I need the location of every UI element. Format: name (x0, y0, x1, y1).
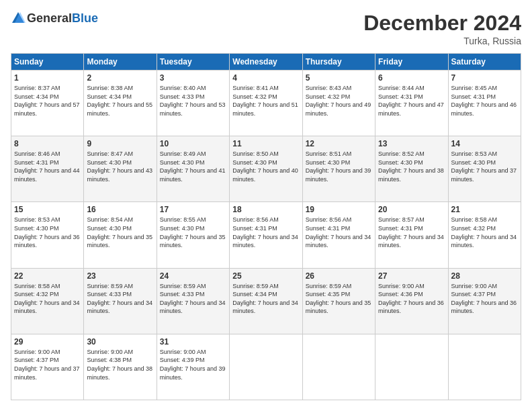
day-info: Sunrise: 9:00 AMSunset: 4:37 PMDaylight:… (14, 349, 80, 381)
weekday-header-row: Sunday Monday Tuesday Wednesday Thursday… (11, 54, 521, 71)
table-row: 29 Sunrise: 9:00 AMSunset: 4:37 PMDaylig… (11, 334, 84, 400)
calendar-week-row: 15 Sunrise: 8:53 AMSunset: 4:30 PMDaylig… (11, 202, 521, 268)
day-info: Sunrise: 8:59 AMSunset: 4:33 PMDaylight:… (87, 283, 152, 315)
day-number: 24 (160, 271, 226, 281)
day-number: 1 (14, 73, 81, 83)
table-row: 9 Sunrise: 8:47 AMSunset: 4:30 PMDayligh… (84, 136, 157, 202)
table-row: 1 Sunrise: 8:37 AMSunset: 4:34 PMDayligh… (11, 71, 84, 136)
day-number: 15 (14, 205, 81, 214)
day-info: Sunrise: 8:56 AMSunset: 4:31 PMDaylight:… (306, 216, 371, 248)
header-saturday: Saturday (448, 54, 521, 71)
table-row: 22 Sunrise: 8:58 AMSunset: 4:32 PMDaylig… (11, 268, 84, 334)
table-row (230, 334, 302, 400)
table-row: 11 Sunrise: 8:50 AMSunset: 4:30 PMDaylig… (230, 136, 302, 202)
table-row: 17 Sunrise: 8:55 AMSunset: 4:30 PMDaylig… (157, 202, 229, 268)
table-row (302, 334, 375, 400)
calendar-week-row: 29 Sunrise: 9:00 AMSunset: 4:37 PMDaylig… (11, 334, 521, 400)
day-info: Sunrise: 8:46 AMSunset: 4:31 PMDaylight:… (14, 150, 80, 183)
day-number: 28 (451, 271, 518, 281)
day-info: Sunrise: 8:54 AMSunset: 4:30 PMDaylight:… (87, 216, 152, 248)
day-info: Sunrise: 9:00 AMSunset: 4:36 PMDaylight:… (378, 283, 444, 315)
day-info: Sunrise: 8:57 AMSunset: 4:31 PMDaylight:… (378, 216, 444, 248)
day-number: 13 (378, 139, 445, 148)
day-info: Sunrise: 8:59 AMSunset: 4:35 PMDaylight:… (306, 283, 371, 315)
table-row: 28 Sunrise: 9:00 AMSunset: 4:37 PMDaylig… (448, 268, 521, 334)
header-tuesday: Tuesday (157, 54, 229, 71)
day-info: Sunrise: 9:00 AMSunset: 4:39 PMDaylight:… (160, 349, 226, 381)
table-row (448, 334, 521, 400)
day-number: 30 (87, 337, 153, 347)
day-number: 6 (378, 73, 445, 83)
day-number: 9 (87, 139, 153, 148)
table-row: 21 Sunrise: 8:58 AMSunset: 4:32 PMDaylig… (448, 202, 521, 268)
table-row: 12 Sunrise: 8:51 AMSunset: 4:30 PMDaylig… (302, 136, 375, 202)
table-row: 14 Sunrise: 8:53 AMSunset: 4:30 PMDaylig… (448, 136, 521, 202)
day-number: 11 (232, 139, 299, 148)
day-number: 3 (160, 73, 226, 83)
table-row: 16 Sunrise: 8:54 AMSunset: 4:30 PMDaylig… (84, 202, 157, 268)
table-row: 6 Sunrise: 8:44 AMSunset: 4:31 PMDayligh… (375, 71, 448, 136)
calendar-week-row: 1 Sunrise: 8:37 AMSunset: 4:34 PMDayligh… (11, 71, 521, 136)
day-info: Sunrise: 8:59 AMSunset: 4:33 PMDaylight:… (160, 283, 226, 315)
day-number: 21 (451, 205, 518, 214)
day-number: 18 (232, 205, 299, 214)
day-number: 27 (378, 271, 445, 281)
logo: GeneralBlue (11, 11, 98, 26)
day-info: Sunrise: 8:44 AMSunset: 4:31 PMDaylight:… (378, 85, 444, 117)
header-thursday: Thursday (302, 54, 375, 71)
table-row: 15 Sunrise: 8:53 AMSunset: 4:30 PMDaylig… (11, 202, 84, 268)
day-number: 17 (160, 205, 226, 214)
day-info: Sunrise: 8:45 AMSunset: 4:31 PMDaylight:… (451, 85, 517, 117)
header-monday: Monday (84, 54, 157, 71)
table-row: 8 Sunrise: 8:46 AMSunset: 4:31 PMDayligh… (11, 136, 84, 202)
month-title: December 2024 (363, 11, 521, 36)
day-info: Sunrise: 8:49 AMSunset: 4:30 PMDaylight:… (160, 150, 226, 183)
table-row: 19 Sunrise: 8:56 AMSunset: 4:31 PMDaylig… (302, 202, 375, 268)
header-sunday: Sunday (11, 54, 84, 71)
day-number: 12 (306, 139, 372, 148)
day-info: Sunrise: 8:58 AMSunset: 4:32 PMDaylight:… (14, 283, 80, 315)
table-row (375, 334, 448, 400)
day-number: 2 (87, 73, 153, 83)
logo-icon (11, 11, 26, 26)
table-row: 26 Sunrise: 8:59 AMSunset: 4:35 PMDaylig… (302, 268, 375, 334)
day-info: Sunrise: 8:43 AMSunset: 4:32 PMDaylight:… (306, 85, 371, 117)
calendar-week-row: 22 Sunrise: 8:58 AMSunset: 4:32 PMDaylig… (11, 268, 521, 334)
day-number: 26 (306, 271, 372, 281)
table-row: 23 Sunrise: 8:59 AMSunset: 4:33 PMDaylig… (84, 268, 157, 334)
day-info: Sunrise: 8:58 AMSunset: 4:32 PMDaylight:… (451, 216, 517, 248)
day-info: Sunrise: 8:37 AMSunset: 4:34 PMDaylight:… (14, 85, 80, 117)
day-info: Sunrise: 8:41 AMSunset: 4:32 PMDaylight:… (232, 85, 298, 117)
day-info: Sunrise: 8:40 AMSunset: 4:33 PMDaylight:… (160, 85, 226, 117)
header: GeneralBlue December 2024 Turka, Russia (11, 11, 521, 46)
table-row: 2 Sunrise: 8:38 AMSunset: 4:34 PMDayligh… (84, 71, 157, 136)
table-row: 18 Sunrise: 8:56 AMSunset: 4:31 PMDaylig… (230, 202, 302, 268)
logo-blue: Blue (72, 11, 98, 25)
day-number: 29 (14, 337, 81, 347)
day-number: 20 (378, 205, 445, 214)
day-number: 5 (306, 73, 372, 83)
day-number: 16 (87, 205, 153, 214)
header-friday: Friday (375, 54, 448, 71)
day-info: Sunrise: 8:55 AMSunset: 4:30 PMDaylight:… (160, 216, 226, 248)
day-info: Sunrise: 8:47 AMSunset: 4:30 PMDaylight:… (87, 150, 152, 183)
day-info: Sunrise: 9:00 AMSunset: 4:38 PMDaylight:… (87, 349, 152, 381)
day-number: 10 (160, 139, 226, 148)
table-row: 4 Sunrise: 8:41 AMSunset: 4:32 PMDayligh… (230, 71, 302, 136)
title-block: December 2024 Turka, Russia (363, 11, 521, 46)
table-row: 5 Sunrise: 8:43 AMSunset: 4:32 PMDayligh… (302, 71, 375, 136)
day-info: Sunrise: 8:56 AMSunset: 4:31 PMDaylight:… (232, 216, 298, 248)
header-wednesday: Wednesday (230, 54, 302, 71)
table-row: 3 Sunrise: 8:40 AMSunset: 4:33 PMDayligh… (157, 71, 229, 136)
table-row: 27 Sunrise: 9:00 AMSunset: 4:36 PMDaylig… (375, 268, 448, 334)
day-info: Sunrise: 8:53 AMSunset: 4:30 PMDaylight:… (451, 150, 517, 183)
table-row: 7 Sunrise: 8:45 AMSunset: 4:31 PMDayligh… (448, 71, 521, 136)
day-info: Sunrise: 8:51 AMSunset: 4:30 PMDaylight:… (306, 150, 371, 183)
day-info: Sunrise: 8:53 AMSunset: 4:30 PMDaylight:… (14, 216, 80, 248)
day-info: Sunrise: 8:38 AMSunset: 4:34 PMDaylight:… (87, 85, 152, 117)
day-number: 14 (451, 139, 518, 148)
day-number: 4 (232, 73, 299, 83)
table-row: 31 Sunrise: 9:00 AMSunset: 4:39 PMDaylig… (157, 334, 229, 400)
day-info: Sunrise: 8:59 AMSunset: 4:34 PMDaylight:… (232, 283, 298, 315)
calendar-week-row: 8 Sunrise: 8:46 AMSunset: 4:31 PMDayligh… (11, 136, 521, 202)
